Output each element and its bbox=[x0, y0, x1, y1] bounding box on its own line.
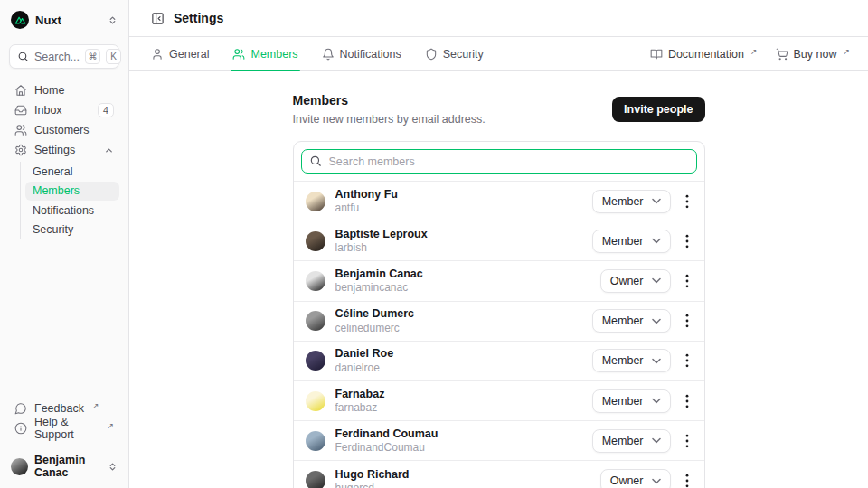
kebab-menu-button[interactable] bbox=[683, 390, 692, 412]
content: Members Invite new members by email addr… bbox=[129, 71, 868, 488]
external-link-icon: ↗ bbox=[750, 47, 758, 56]
buy-now-link[interactable]: Buy now ↗ bbox=[776, 48, 851, 61]
info-circle-icon bbox=[14, 422, 27, 435]
member-row: Ferdinand Coumau FerdinandCoumau Member bbox=[294, 421, 704, 461]
kebab-menu-button[interactable] bbox=[683, 191, 692, 212]
member-avatar bbox=[306, 271, 326, 291]
member-row: Hugo Richard hugorcd Owner bbox=[294, 461, 704, 488]
home-icon bbox=[14, 84, 27, 97]
collapse-sidebar-icon[interactable] bbox=[151, 12, 165, 25]
chevron-down-icon bbox=[652, 398, 661, 404]
member-row: Daniel Roe danielroe Member bbox=[294, 342, 704, 381]
sidebar: Nuxt Search... ⌘ K Home bbox=[0, 0, 129, 488]
kebab-menu-button[interactable] bbox=[683, 470, 692, 488]
role-select[interactable]: Member bbox=[592, 190, 671, 213]
chevron-up-icon bbox=[104, 145, 114, 155]
role-select[interactable]: Owner bbox=[600, 469, 671, 488]
role-select[interactable]: Member bbox=[592, 309, 671, 333]
tabs: General Members Notifications bbox=[151, 37, 484, 70]
kebab-menu-button[interactable] bbox=[683, 230, 692, 252]
message-circle-icon bbox=[14, 402, 27, 415]
sidebar-search-button[interactable]: Search... ⌘ K bbox=[9, 44, 119, 69]
role-select[interactable]: Member bbox=[592, 389, 671, 413]
org-switcher[interactable]: Nuxt bbox=[9, 9, 119, 31]
member-row: Anthony Fu antfu Member bbox=[294, 182, 704, 221]
documentation-link[interactable]: Documentation ↗ bbox=[650, 48, 758, 61]
members-card: Anthony Fu antfu Member bbox=[293, 141, 705, 488]
external-link-icon: ↗ bbox=[107, 421, 114, 430]
sidebar-item-customers[interactable]: Customers bbox=[9, 120, 119, 140]
tab-members[interactable]: Members bbox=[232, 37, 297, 70]
inbox-icon bbox=[14, 104, 27, 117]
sidebar-footer: Feedback ↗ Help & Support ↗ Benjamin Can… bbox=[0, 399, 128, 488]
topbar: Settings bbox=[129, 0, 868, 37]
role-select[interactable]: Owner bbox=[600, 269, 671, 293]
chevron-down-icon bbox=[652, 238, 661, 244]
page-title: Settings bbox=[174, 11, 223, 25]
member-avatar bbox=[306, 231, 326, 251]
role-select[interactable]: Member bbox=[592, 230, 671, 253]
tab-security[interactable]: Security bbox=[425, 37, 484, 70]
members-list: Anthony Fu antfu Member bbox=[294, 182, 704, 488]
content-header: Members Invite new members by email addr… bbox=[293, 93, 705, 126]
user-icon bbox=[151, 48, 164, 61]
member-row: Farnabaz farnabaz Member bbox=[294, 381, 704, 421]
search-members-input[interactable] bbox=[301, 149, 697, 174]
gear-icon bbox=[14, 144, 27, 156]
member-avatar bbox=[306, 431, 326, 451]
sidebar-search-placeholder: Search... bbox=[34, 51, 80, 63]
external-link-icon: ↗ bbox=[843, 47, 850, 56]
chevron-down-icon bbox=[652, 478, 661, 484]
sidebar-item-help-support[interactable]: Help & Support ↗ bbox=[9, 418, 119, 438]
main-area: Settings General Members bbox=[129, 0, 868, 488]
member-avatar bbox=[306, 391, 326, 411]
chevron-selector-icon bbox=[108, 462, 118, 472]
kebab-menu-button[interactable] bbox=[683, 430, 692, 452]
user-menu[interactable]: Benjamin Canac bbox=[9, 452, 119, 481]
tab-general[interactable]: General bbox=[151, 37, 209, 70]
chevron-selector-icon bbox=[108, 15, 118, 25]
kebab-menu-button[interactable] bbox=[683, 350, 692, 371]
shield-icon bbox=[425, 48, 438, 61]
shopping-cart-icon bbox=[776, 48, 788, 61]
sidebar-nav: Home Inbox 4 Customers Settings bbox=[9, 80, 119, 239]
sidebar-item-settings[interactable]: Settings bbox=[9, 140, 119, 160]
kbd-k: K bbox=[106, 49, 121, 64]
user-avatar bbox=[11, 458, 28, 475]
external-link-icon: ↗ bbox=[92, 401, 99, 410]
search-icon bbox=[17, 51, 29, 62]
member-row: Baptiste Leproux larbish Member bbox=[294, 221, 704, 261]
tab-notifications[interactable]: Notifications bbox=[322, 37, 401, 70]
sidebar-item-members[interactable]: Members bbox=[25, 182, 119, 202]
chevron-down-icon bbox=[652, 277, 661, 284]
chevron-down-icon bbox=[652, 437, 661, 444]
tabbar: General Members Notifications bbox=[129, 37, 868, 71]
sidebar-item-home[interactable]: Home bbox=[9, 80, 119, 100]
role-select[interactable]: Member bbox=[592, 429, 671, 453]
section-title: Members bbox=[293, 93, 486, 108]
sidebar-item-security[interactable]: Security bbox=[25, 221, 119, 240]
inbox-count-badge: 4 bbox=[98, 103, 114, 117]
tabbar-links: Documentation ↗ Buy now ↗ bbox=[650, 48, 850, 61]
search-icon bbox=[309, 155, 322, 167]
kebab-menu-button[interactable] bbox=[683, 310, 692, 332]
member-avatar bbox=[306, 311, 326, 331]
book-open-icon bbox=[650, 48, 663, 61]
member-row: Benjamin Canac benjamincanac Owner bbox=[294, 261, 704, 301]
sidebar-item-inbox[interactable]: Inbox 4 bbox=[9, 100, 119, 120]
bell-icon bbox=[322, 48, 335, 61]
invite-people-button[interactable]: Invite people bbox=[612, 97, 704, 122]
chevron-down-icon bbox=[652, 358, 661, 364]
app-window: Nuxt Search... ⌘ K Home bbox=[0, 0, 868, 488]
role-select[interactable]: Member bbox=[592, 349, 671, 372]
member-avatar bbox=[306, 192, 326, 211]
users-icon bbox=[14, 124, 27, 136]
sidebar-item-notifications[interactable]: Notifications bbox=[25, 201, 119, 221]
member-avatar bbox=[306, 471, 326, 488]
nuxt-logo-icon bbox=[11, 11, 29, 29]
chevron-down-icon bbox=[652, 318, 661, 324]
kebab-menu-button[interactable] bbox=[683, 270, 692, 292]
kbd-cmd: ⌘ bbox=[85, 49, 100, 64]
sidebar-item-general[interactable]: General bbox=[25, 162, 119, 182]
settings-subnav: General Members Notifications Security bbox=[20, 162, 119, 239]
